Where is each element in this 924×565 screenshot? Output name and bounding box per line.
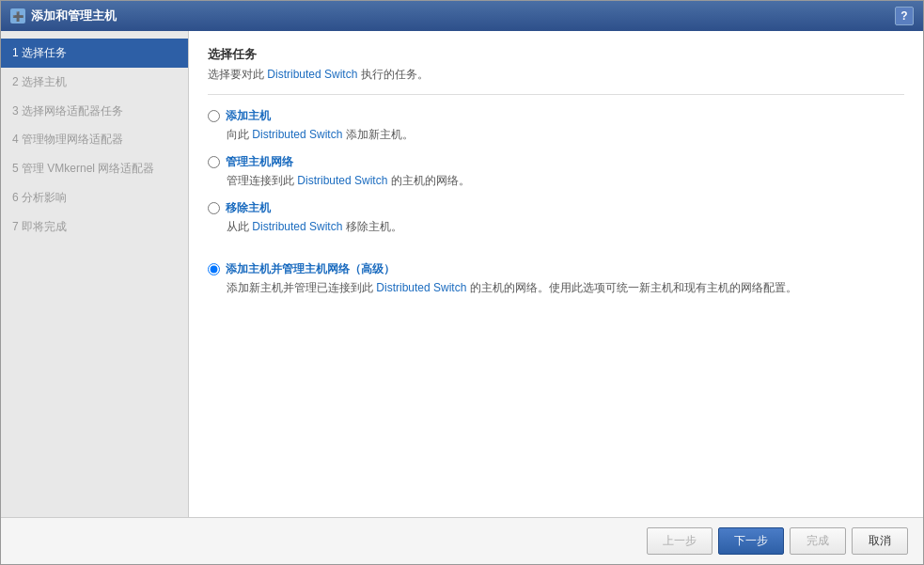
title-bar-left: ➕ 添加和管理主机 (10, 8, 117, 24)
sidebar-item-step3: 3 选择网络适配器任务 (1, 97, 188, 126)
dialog-body: 1 选择任务 2 选择主机 3 选择网络适配器任务 4 管理物理网络适配器 5 … (1, 31, 923, 517)
option-add-host-desc: 向此 Distributed Switch 添加新主机。 (227, 126, 904, 143)
opt1-highlight: Distributed Switch (252, 128, 342, 141)
option-add-manage-advanced: 添加主机并管理主机网络（高级） 添加新主机并管理已连接到此 Distribute… (208, 254, 904, 296)
option-remove-host-radio[interactable] (208, 202, 220, 214)
opt2-highlight: Distributed Switch (297, 174, 387, 187)
content-divider (208, 94, 904, 95)
opt2-pre: 管理连接到此 (227, 174, 297, 187)
title-bar: ➕ 添加和管理主机 ? (1, 1, 923, 31)
option-remove-host-desc: 从此 Distributed Switch 移除主机。 (227, 218, 904, 235)
dialog-title: 添加和管理主机 (31, 8, 117, 24)
opt4-post: 的主机的网络。使用此选项可统一新主机和现有主机的网络配置。 (466, 281, 796, 294)
option-manage-network-title: 管理主机网络 (226, 154, 293, 170)
option-add-host: 添加主机 向此 Distributed Switch 添加新主机。 (208, 108, 904, 143)
cancel-button[interactable]: 取消 (852, 527, 908, 555)
sidebar-item-step2: 2 选择主机 (1, 68, 188, 97)
dialog-icon: ➕ (10, 8, 25, 24)
sidebar-item-step4: 4 管理物理网络适配器 (1, 125, 188, 154)
option-remove-host-title: 移除主机 (226, 200, 271, 216)
opt3-pre: 从此 (227, 220, 252, 233)
option-advanced-label[interactable]: 添加主机并管理主机网络（高级） (208, 261, 904, 277)
opt1-pre: 向此 (227, 128, 252, 141)
option-add-host-title: 添加主机 (226, 108, 271, 124)
subtitle-pre: 选择要对此 (208, 68, 267, 81)
sidebar: 1 选择任务 2 选择主机 3 选择网络适配器任务 4 管理物理网络适配器 5 … (1, 31, 189, 517)
opt4-highlight: Distributed Switch (376, 281, 466, 294)
content-area: 选择任务 选择要对此 Distributed Switch 执行的任务。 添加主… (189, 31, 923, 517)
option-manage-network-desc: 管理连接到此 Distributed Switch 的主机的网络。 (227, 172, 904, 189)
option-advanced-title: 添加主机并管理主机网络（高级） (226, 261, 395, 277)
subtitle-post: 执行的任务。 (357, 68, 428, 81)
radio-group: 添加主机 向此 Distributed Switch 添加新主机。 管理主机网络… (208, 108, 904, 296)
opt4-pre: 添加新主机并管理已连接到此 (227, 281, 376, 294)
opt3-highlight: Distributed Switch (252, 220, 342, 233)
opt2-post: 的主机的网络。 (387, 174, 469, 187)
sidebar-item-step6: 6 分析影响 (1, 183, 188, 212)
footer: 上一步 下一步 完成 取消 (1, 517, 923, 564)
finish-button[interactable]: 完成 (790, 527, 846, 555)
subtitle-highlight: Distributed Switch (267, 68, 357, 81)
content-subtitle: 选择要对此 Distributed Switch 执行的任务。 (208, 67, 904, 83)
option-advanced-radio[interactable] (208, 263, 220, 275)
option-manage-network-label[interactable]: 管理主机网络 (208, 154, 904, 170)
option-manage-network-radio[interactable] (208, 156, 220, 168)
opt1-post: 添加新主机。 (342, 128, 413, 141)
option-advanced-desc: 添加新主机并管理已连接到此 Distributed Switch 的主机的网络。… (227, 279, 904, 296)
sidebar-item-step5: 5 管理 VMkernel 网络适配器 (1, 154, 188, 183)
content-title: 选择任务 (208, 46, 904, 63)
help-button[interactable]: ? (895, 7, 914, 25)
option-remove-host-label[interactable]: 移除主机 (208, 200, 904, 216)
opt3-post: 移除主机。 (342, 220, 401, 233)
option-manage-network: 管理主机网络 管理连接到此 Distributed Switch 的主机的网络。 (208, 154, 904, 189)
option-add-host-label[interactable]: 添加主机 (208, 108, 904, 124)
next-button[interactable]: 下一步 (718, 527, 784, 555)
option-remove-host: 移除主机 从此 Distributed Switch 移除主机。 (208, 200, 904, 235)
option-add-host-radio[interactable] (208, 110, 220, 122)
sidebar-item-step1[interactable]: 1 选择任务 (1, 39, 188, 68)
sidebar-item-step7: 7 即将完成 (1, 212, 188, 242)
prev-button[interactable]: 上一步 (647, 527, 713, 555)
dialog-window: ➕ 添加和管理主机 ? 1 选择任务 2 选择主机 3 选择网络适配器任务 4 … (0, 0, 924, 565)
